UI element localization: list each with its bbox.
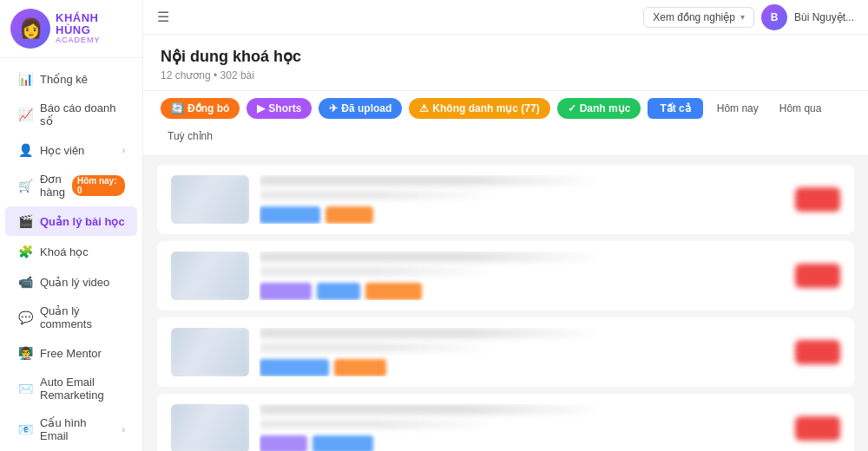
- sidebar-item-quan-ly-video[interactable]: 📹 Quản lý video: [5, 267, 137, 297]
- lesson-info: [260, 175, 785, 224]
- danh-muc-label: Danh mục: [580, 102, 631, 114]
- filter-bar: 🔄 Đồng bó ▶ Shorts ✈ Đã upload ⚠ Không d…: [143, 91, 868, 156]
- sidebar-item-bao-cao-doanh-so[interactable]: 📈 Báo cáo doanh số: [5, 95, 137, 134]
- nav-icon-don-hang: 🛒: [17, 178, 33, 193]
- hom-qua-tab[interactable]: Hôm qua: [773, 98, 829, 119]
- chevron-icon-cau-hinh-email: ›: [122, 425, 125, 435]
- nav-label-don-hang: Đơn hàng: [40, 173, 65, 199]
- sidebar-item-auto-email[interactable]: ✉️ Auto Email Remarketing: [5, 369, 137, 409]
- lesson-sub-blur: [260, 191, 496, 199]
- shorts-button[interactable]: ▶ Shorts: [247, 98, 312, 119]
- colleague-select-label: Xem đồng nghiệp: [653, 11, 735, 23]
- lesson-action-button[interactable]: [795, 416, 840, 441]
- nav-icon-thong-ke: 📊: [17, 71, 33, 87]
- nav-icon-hoc-vien: 👤: [17, 142, 33, 158]
- khong-danh-muc-button[interactable]: ⚠ Không danh mục (77): [409, 98, 549, 119]
- user-name: Bùi Nguyệt...: [794, 11, 854, 23]
- tat-ca-tab[interactable]: Tất cả: [648, 98, 702, 119]
- hom-qua-label: Hôm qua: [779, 102, 822, 114]
- lesson-thumbnail: [171, 252, 249, 300]
- bullet-separator: •: [214, 69, 220, 82]
- nav-icon-bao-cao-doanh-so: 📈: [17, 107, 33, 122]
- lesson-action-button[interactable]: [795, 187, 840, 212]
- sidebar-item-thong-ke[interactable]: 📊 Thống kê: [5, 64, 137, 94]
- lesson-title-blur: [260, 252, 601, 262]
- thumbnail-blur: [171, 252, 249, 300]
- da-upload-icon: ✈: [329, 102, 338, 114]
- sidebar-item-khoa-hoc[interactable]: 🧩 Khoá học: [5, 237, 137, 266]
- lesson-thumbnail: [171, 404, 249, 451]
- nav-label-auto-email: Auto Email Remarketing: [40, 376, 125, 402]
- shorts-label: Shorts: [268, 102, 301, 114]
- nav-label-quan-ly-comments: Quản lý comments: [40, 304, 125, 330]
- danh-muc-icon: ✓: [568, 102, 576, 114]
- dong-bo-icon: 🔄: [171, 102, 184, 114]
- da-upload-button[interactable]: ✈ Đã upload: [319, 98, 402, 119]
- lesson-title-blur: [260, 404, 601, 415]
- lesson-card-4[interactable]: [157, 394, 854, 451]
- hom-nay-label: Hôm nay: [717, 102, 759, 114]
- sidebar-item-quan-ly-comments[interactable]: 💬 Quản lý comments: [5, 297, 137, 337]
- lesson-tag: [260, 206, 320, 224]
- nav-label-quan-ly-video: Quản lý video: [40, 276, 125, 289]
- sidebar-item-don-hang[interactable]: 🛒 Đơn hàng Hôm nay: 0: [5, 166, 137, 206]
- lesson-action-button[interactable]: [795, 264, 840, 288]
- chapters-count: 12 chương: [161, 69, 211, 82]
- nav-icon-auto-email: ✉️: [17, 381, 33, 396]
- lesson-card-2[interactable]: [157, 241, 854, 310]
- logo-name: KHÁNH HÙNG: [56, 12, 132, 37]
- nav-label-thong-ke: Thống kê: [40, 73, 125, 86]
- lesson-card-1[interactable]: [157, 165, 854, 234]
- logo-text-block: KHÁNH HÙNG ACADEMY: [56, 12, 132, 45]
- sidebar-item-cau-hinh-email[interactable]: 📧 Cấu hình Email ›: [5, 409, 137, 449]
- lesson-action-button[interactable]: [795, 340, 840, 364]
- course-meta: 12 chương • 302 bài: [161, 69, 851, 82]
- lesson-tags: [260, 359, 785, 376]
- logo-emoji: 👩: [19, 17, 43, 40]
- logo-avatar: 👩: [10, 9, 50, 49]
- logo-area: 👩 KHÁNH HÙNG ACADEMY: [0, 0, 142, 58]
- thumbnail-blur: [171, 404, 249, 451]
- sidebar-item-hoc-vien[interactable]: 👤 Học viên ›: [5, 135, 137, 165]
- lesson-card-3[interactable]: [157, 317, 854, 387]
- colleague-chevron-icon: ▾: [740, 12, 745, 22]
- colleague-select[interactable]: Xem đồng nghiệp ▾: [643, 7, 754, 28]
- topbar: ☰ Xem đồng nghiệp ▾ B Bùi Nguyệt...: [143, 0, 868, 35]
- danh-muc-button[interactable]: ✓ Danh mục: [557, 98, 641, 119]
- lesson-info: [260, 404, 785, 451]
- thumbnail-blur: [171, 175, 249, 224]
- nav-icon-quan-ly-bai-hoc: 🎬: [17, 213, 33, 229]
- nav-icon-khoa-hoc: 🧩: [17, 244, 33, 259]
- nav-label-cau-hinh-email: Cấu hình Email: [40, 416, 115, 442]
- lesson-tag: [326, 206, 373, 224]
- tuy-chinh-tab[interactable]: Tuỳ chỉnh: [161, 126, 220, 147]
- dong-bo-label: Đồng bó: [187, 102, 229, 114]
- topbar-right: Xem đồng nghiệp ▾ B Bùi Nguyệt...: [643, 4, 854, 30]
- lesson-tag: [260, 359, 329, 376]
- dong-bo-button[interactable]: 🔄 Đồng bó: [161, 98, 240, 119]
- tat-ca-label: Tất cả: [660, 102, 690, 114]
- hom-nay-tab[interactable]: Hôm nay: [710, 98, 766, 119]
- nav-label-khoa-hoc: Khoá học: [40, 245, 125, 258]
- sidebar-nav: 📊 Thống kê 📈 Báo cáo doanh số 👤 Học viên…: [0, 58, 142, 451]
- nav-icon-quan-ly-comments: 💬: [17, 310, 33, 325]
- hamburger-icon[interactable]: ☰: [157, 9, 169, 25]
- lesson-sub-blur: [260, 420, 496, 428]
- nav-icon-quan-ly-video: 📹: [17, 274, 33, 290]
- da-upload-label: Đã upload: [341, 102, 391, 114]
- user-avatar[interactable]: B: [761, 4, 787, 30]
- lesson-tags: [260, 283, 785, 300]
- khong-danh-muc-icon: ⚠: [419, 102, 429, 114]
- lesson-info: [260, 252, 785, 300]
- lesson-title-blur: [260, 175, 601, 186]
- course-title: Nội dung khoá học: [161, 47, 851, 66]
- course-header: Nội dung khoá học 12 chương • 302 bài: [143, 35, 868, 91]
- lesson-tags: [260, 206, 785, 224]
- badge-don-hang: Hôm nay: 0: [72, 175, 125, 196]
- main-area: ☰ Xem đồng nghiệp ▾ B Bùi Nguyệt... Nội …: [143, 0, 868, 451]
- sidebar-item-quan-ly-bai-hoc[interactable]: 🎬 Quản lý bài học: [5, 206, 137, 236]
- lesson-tag: [312, 435, 373, 451]
- lesson-tag: [260, 435, 307, 451]
- lesson-sub-blur: [260, 267, 496, 276]
- sidebar-item-free-mentor[interactable]: 👨‍🏫 Free Mentor: [5, 338, 137, 368]
